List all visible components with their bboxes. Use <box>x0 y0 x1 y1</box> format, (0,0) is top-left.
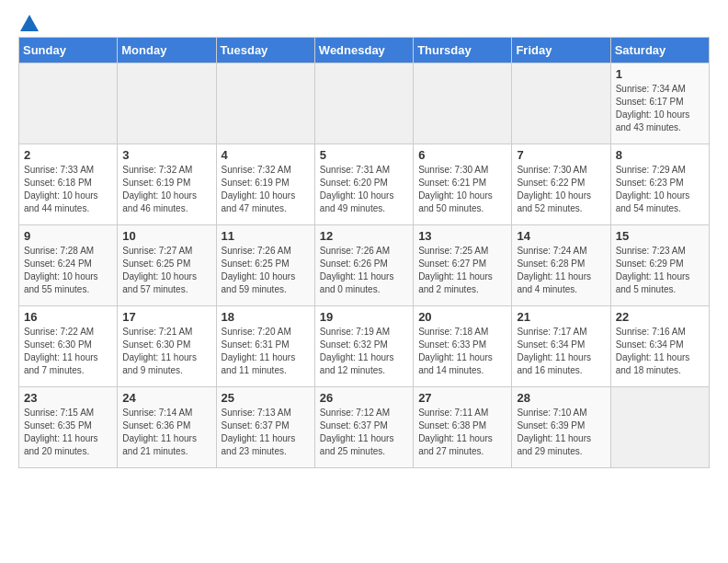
day-header-saturday: Saturday <box>610 38 709 63</box>
week-row-2: 2Sunrise: 7:33 AM Sunset: 6:18 PM Daylig… <box>19 144 710 225</box>
day-number: 20 <box>418 310 506 324</box>
day-info: Sunrise: 7:27 AM Sunset: 6:25 PM Dayligh… <box>122 245 210 296</box>
day-number: 21 <box>517 310 605 324</box>
calendar-cell <box>19 63 118 144</box>
calendar-table: SundayMondayTuesdayWednesdayThursdayFrid… <box>18 37 710 468</box>
day-number: 15 <box>616 229 704 243</box>
calendar-cell: 15Sunrise: 7:23 AM Sunset: 6:29 PM Dayli… <box>610 225 709 306</box>
day-number: 4 <box>222 148 310 162</box>
day-info: Sunrise: 7:19 AM Sunset: 6:32 PM Dayligh… <box>320 326 408 377</box>
day-info: Sunrise: 7:34 AM Sunset: 6:17 PM Dayligh… <box>616 83 704 134</box>
day-header-sunday: Sunday <box>19 38 118 63</box>
calendar-cell: 26Sunrise: 7:12 AM Sunset: 6:37 PM Dayli… <box>314 387 413 468</box>
day-number: 6 <box>418 148 506 162</box>
day-header-monday: Monday <box>118 38 216 63</box>
calendar-cell: 22Sunrise: 7:16 AM Sunset: 6:34 PM Dayli… <box>610 306 709 387</box>
day-info: Sunrise: 7:12 AM Sunset: 6:37 PM Dayligh… <box>320 407 408 458</box>
day-number: 1 <box>616 67 704 81</box>
day-number: 24 <box>122 391 210 405</box>
day-info: Sunrise: 7:31 AM Sunset: 6:20 PM Dayligh… <box>320 164 408 215</box>
day-number: 11 <box>222 229 310 243</box>
day-info: Sunrise: 7:10 AM Sunset: 6:39 PM Dayligh… <box>517 407 605 458</box>
calendar-cell <box>610 387 709 468</box>
calendar-cell: 20Sunrise: 7:18 AM Sunset: 6:33 PM Dayli… <box>414 306 512 387</box>
week-row-5: 23Sunrise: 7:15 AM Sunset: 6:35 PM Dayli… <box>19 387 710 468</box>
day-info: Sunrise: 7:16 AM Sunset: 6:34 PM Dayligh… <box>616 326 704 377</box>
calendar-cell: 18Sunrise: 7:20 AM Sunset: 6:31 PM Dayli… <box>216 306 314 387</box>
day-number: 12 <box>320 229 408 243</box>
calendar-cell: 19Sunrise: 7:19 AM Sunset: 6:32 PM Dayli… <box>314 306 413 387</box>
day-info: Sunrise: 7:18 AM Sunset: 6:33 PM Dayligh… <box>418 326 506 377</box>
calendar-cell: 5Sunrise: 7:31 AM Sunset: 6:20 PM Daylig… <box>314 144 413 225</box>
calendar-cell <box>414 63 512 144</box>
calendar-cell: 27Sunrise: 7:11 AM Sunset: 6:38 PM Dayli… <box>414 387 512 468</box>
calendar-cell: 12Sunrise: 7:26 AM Sunset: 6:26 PM Dayli… <box>314 225 413 306</box>
day-number: 23 <box>24 391 112 405</box>
day-info: Sunrise: 7:23 AM Sunset: 6:29 PM Dayligh… <box>616 245 704 296</box>
calendar-cell: 21Sunrise: 7:17 AM Sunset: 6:34 PM Dayli… <box>512 306 610 387</box>
calendar-cell: 8Sunrise: 7:29 AM Sunset: 6:23 PM Daylig… <box>610 144 709 225</box>
day-info: Sunrise: 7:17 AM Sunset: 6:34 PM Dayligh… <box>517 326 605 377</box>
day-number: 8 <box>616 148 704 162</box>
day-header-thursday: Thursday <box>414 38 512 63</box>
day-info: Sunrise: 7:26 AM Sunset: 6:25 PM Dayligh… <box>222 245 310 296</box>
day-info: Sunrise: 7:20 AM Sunset: 6:31 PM Dayligh… <box>222 326 310 377</box>
day-number: 16 <box>24 310 112 324</box>
day-info: Sunrise: 7:25 AM Sunset: 6:27 PM Dayligh… <box>418 245 506 296</box>
calendar-cell: 1Sunrise: 7:34 AM Sunset: 6:17 PM Daylig… <box>610 63 709 144</box>
day-header-wednesday: Wednesday <box>314 38 413 63</box>
calendar-cell: 7Sunrise: 7:30 AM Sunset: 6:22 PM Daylig… <box>512 144 610 225</box>
calendar-cell: 14Sunrise: 7:24 AM Sunset: 6:28 PM Dayli… <box>512 225 610 306</box>
calendar-cell: 25Sunrise: 7:13 AM Sunset: 6:37 PM Dayli… <box>216 387 314 468</box>
day-number: 25 <box>222 391 310 405</box>
day-info: Sunrise: 7:29 AM Sunset: 6:23 PM Dayligh… <box>616 164 704 215</box>
calendar-cell: 17Sunrise: 7:21 AM Sunset: 6:30 PM Dayli… <box>118 306 216 387</box>
day-number: 27 <box>418 391 506 405</box>
day-number: 10 <box>122 229 210 243</box>
day-info: Sunrise: 7:32 AM Sunset: 6:19 PM Dayligh… <box>222 164 310 215</box>
day-number: 2 <box>24 148 112 162</box>
calendar-cell: 23Sunrise: 7:15 AM Sunset: 6:35 PM Dayli… <box>19 387 118 468</box>
day-info: Sunrise: 7:14 AM Sunset: 6:36 PM Dayligh… <box>122 407 210 458</box>
day-info: Sunrise: 7:32 AM Sunset: 6:19 PM Dayligh… <box>122 164 210 215</box>
day-number: 7 <box>517 148 605 162</box>
calendar-cell: 6Sunrise: 7:30 AM Sunset: 6:21 PM Daylig… <box>414 144 512 225</box>
calendar-cell: 9Sunrise: 7:28 AM Sunset: 6:24 PM Daylig… <box>19 225 118 306</box>
calendar-cell <box>512 63 610 144</box>
day-number: 13 <box>418 229 506 243</box>
day-number: 9 <box>24 229 112 243</box>
day-info: Sunrise: 7:21 AM Sunset: 6:30 PM Dayligh… <box>122 326 210 377</box>
calendar-cell: 10Sunrise: 7:27 AM Sunset: 6:25 PM Dayli… <box>118 225 216 306</box>
week-row-3: 9Sunrise: 7:28 AM Sunset: 6:24 PM Daylig… <box>19 225 710 306</box>
calendar-cell: 16Sunrise: 7:22 AM Sunset: 6:30 PM Dayli… <box>19 306 118 387</box>
logo <box>18 18 39 28</box>
day-info: Sunrise: 7:30 AM Sunset: 6:21 PM Dayligh… <box>418 164 506 215</box>
logo-triangle-icon <box>20 15 39 31</box>
day-number: 5 <box>320 148 408 162</box>
calendar-cell: 11Sunrise: 7:26 AM Sunset: 6:25 PM Dayli… <box>216 225 314 306</box>
calendar-cell: 4Sunrise: 7:32 AM Sunset: 6:19 PM Daylig… <box>216 144 314 225</box>
week-row-4: 16Sunrise: 7:22 AM Sunset: 6:30 PM Dayli… <box>19 306 710 387</box>
day-number: 17 <box>122 310 210 324</box>
calendar-cell: 2Sunrise: 7:33 AM Sunset: 6:18 PM Daylig… <box>19 144 118 225</box>
day-number: 14 <box>517 229 605 243</box>
day-info: Sunrise: 7:22 AM Sunset: 6:30 PM Dayligh… <box>24 326 112 377</box>
day-info: Sunrise: 7:13 AM Sunset: 6:37 PM Dayligh… <box>222 407 310 458</box>
week-row-1: 1Sunrise: 7:34 AM Sunset: 6:17 PM Daylig… <box>19 63 710 144</box>
day-number: 22 <box>616 310 704 324</box>
calendar-cell: 13Sunrise: 7:25 AM Sunset: 6:27 PM Dayli… <box>414 225 512 306</box>
day-info: Sunrise: 7:11 AM Sunset: 6:38 PM Dayligh… <box>418 407 506 458</box>
day-number: 19 <box>320 310 408 324</box>
day-number: 3 <box>122 148 210 162</box>
day-info: Sunrise: 7:33 AM Sunset: 6:18 PM Dayligh… <box>24 164 112 215</box>
calendar-cell <box>118 63 216 144</box>
calendar-cell <box>314 63 413 144</box>
page-header <box>18 18 710 28</box>
day-number: 26 <box>320 391 408 405</box>
day-number: 28 <box>517 391 605 405</box>
day-header-tuesday: Tuesday <box>216 38 314 63</box>
day-info: Sunrise: 7:26 AM Sunset: 6:26 PM Dayligh… <box>320 245 408 296</box>
day-info: Sunrise: 7:24 AM Sunset: 6:28 PM Dayligh… <box>517 245 605 296</box>
day-number: 18 <box>222 310 310 324</box>
calendar-cell: 28Sunrise: 7:10 AM Sunset: 6:39 PM Dayli… <box>512 387 610 468</box>
